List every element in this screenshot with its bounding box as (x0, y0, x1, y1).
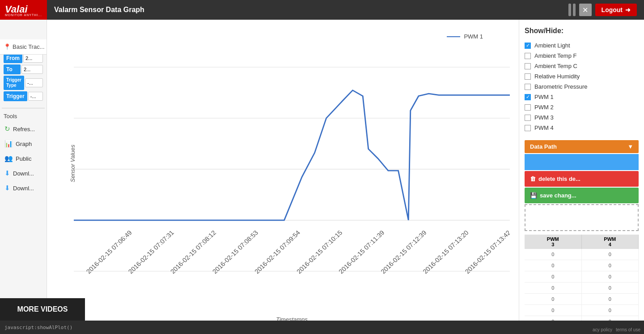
to-value: 2... (21, 65, 43, 74)
table-row: 00 (525, 271, 639, 283)
checkbox-relative-humidity[interactable]: Relative Humidity (525, 71, 639, 81)
checkbox-label-ambient-temp-c: Ambient Temp C (534, 63, 577, 69)
sidebar: 📍 Basic Trac... Search From 2... To 2...… (0, 20, 47, 334)
status-bar-text: javascript:showAlPlot() (4, 325, 72, 330)
checkbox-box-pwm-3 (525, 115, 531, 121)
checkbox-pwm-3[interactable]: PWM 3 (525, 112, 639, 123)
svg-text:2016-02-15 07:08:12: 2016-02-15 07:08:12 (169, 229, 217, 275)
svg-text:2016-02-15 07:08:53: 2016-02-15 07:08:53 (211, 229, 259, 275)
svg-text:2016-02-15 07:13:20: 2016-02-15 07:13:20 (421, 229, 470, 275)
cell-pwm4: 0 (582, 260, 639, 271)
cell-pwm3: 0 (525, 271, 582, 282)
y-axis-label: Sensor Values (69, 145, 76, 182)
window-title: Valarm Sensor Data Graph (47, 6, 568, 14)
table-row: 00 (525, 283, 639, 294)
cell-pwm3: 0 (525, 283, 582, 293)
chart-svg: 60 40 20 0 -20 2016-02-15 07:06:49 2016-… (74, 29, 510, 298)
checkbox-box-pwm-2 (525, 104, 531, 111)
show-hide-title: Show/Hide: (525, 27, 639, 35)
legend-line (447, 36, 460, 37)
cell-pwm4: 0 (582, 283, 639, 293)
chart-legend: PWM 1 (447, 33, 483, 40)
delete-button[interactable]: 🗑 delete this de... (525, 171, 639, 187)
cell-pwm4: 0 (582, 249, 639, 260)
sidebar-item-public[interactable]: 👥 Public (1, 151, 46, 166)
public-icon: 👥 (4, 154, 13, 163)
terms-link[interactable]: terms of use (616, 327, 640, 332)
checkbox-pwm-2[interactable]: PWM 2 (525, 102, 639, 112)
action-buttons: Data Path ▼ 🗑 delete this de... 💾 save c… (525, 140, 639, 231)
table-row: 00 (525, 249, 639, 260)
checkbox-label-ambient-temp-f: Ambient Temp F (534, 52, 576, 59)
sidebar-item-refresh[interactable]: ↻ Refres... (1, 122, 46, 136)
cell-pwm3: 0 (525, 294, 582, 304)
x-timestamps: 2016-02-15 07:06:49 2016-02-15 07:07:31 … (85, 229, 510, 275)
checkbox-ambient-temp-f[interactable]: Ambient Temp F (525, 51, 639, 61)
checkbox-list: ✓Ambient LightAmbient Temp FAmbient Temp… (525, 40, 639, 133)
chart-container: Sensor Values PWM 1 60 40 20 0 -20 (47, 20, 519, 334)
save-icon: 💾 (530, 192, 537, 199)
checkbox-label-pwm-2: PWM 2 (534, 104, 554, 111)
trigger-type-label: TriggerType (4, 76, 24, 90)
cell-pwm3: 0 (525, 260, 582, 271)
svg-text:2016-02-15 07:11:39: 2016-02-15 07:11:39 (337, 229, 386, 275)
checkbox-label-pwm-4: PWM 4 (534, 124, 554, 131)
trigger-row: Trigger -... (4, 91, 43, 101)
trash-icon: 🗑 (530, 176, 536, 182)
checkbox-pwm-4[interactable]: PWM 4 (525, 123, 639, 133)
from-value: 2... (23, 54, 43, 63)
download2-label: Downl... (13, 185, 34, 192)
logo-area: Valai MONITOR ANYTHI... (0, 0, 47, 20)
close-button[interactable]: ✕ (579, 4, 592, 16)
checkbox-ambient-light[interactable]: ✓Ambient Light (525, 40, 639, 51)
sidebar-item-graph[interactable]: 📊 Graph (1, 137, 46, 151)
tools-label: Tools (0, 111, 47, 121)
public-label: Public (16, 155, 31, 162)
privacy-link[interactable]: acy policy (593, 327, 612, 332)
top-bar: Valai MONITOR ANYTHI... Valarm Sensor Da… (0, 0, 644, 20)
data-table: PWM3 PWM4 0000000000000000 (525, 235, 639, 334)
data-path-button[interactable]: Data Path ▼ (525, 140, 639, 153)
svg-text:2016-02-15 07:13:42: 2016-02-15 07:13:42 (463, 229, 510, 275)
sidebar-item-download1[interactable]: ⬇ Downl... (1, 166, 46, 180)
svg-text:2016-02-15 07:10:15: 2016-02-15 07:10:15 (295, 229, 343, 275)
save-button[interactable]: 💾 save chang... (525, 188, 639, 203)
svg-text:2016-02-15 07:09:54: 2016-02-15 07:09:54 (253, 229, 301, 275)
trigger-type-row: TriggerType -... (4, 76, 43, 90)
checkbox-barometric-pressure[interactable]: Barometric Pressure (525, 81, 639, 92)
logo-text: Valai (5, 4, 28, 15)
download1-icon: ⬇ (4, 169, 10, 177)
graph-label: Graph (16, 141, 32, 147)
breadcrumb-text: Basic Trac... (13, 43, 45, 50)
logo-sub: MONITOR ANYTHI... (5, 13, 42, 17)
divider-1 (2, 108, 45, 108)
table-row: 00 (525, 260, 639, 271)
trigger-type-value: -... (25, 78, 43, 87)
more-videos-button[interactable]: MORE VIDEOS (0, 298, 85, 321)
show-hide-panel: Show/Hide: ✓Ambient LightAmbient Temp FA… (519, 20, 644, 334)
checkbox-box-barometric-pressure (525, 84, 531, 90)
cell-pwm4: 0 (582, 271, 639, 282)
refresh-label: Refres... (13, 126, 35, 133)
trigger-label: Trigger (4, 91, 27, 101)
trigger-value: -... (28, 92, 43, 101)
to-label: To (4, 64, 21, 74)
checkmark-icon: ✓ (526, 43, 530, 48)
checkbox-pwm-1[interactable]: ✓PWM 1 (525, 92, 639, 102)
location-icon: 📍 (4, 43, 11, 50)
refresh-icon: ↻ (4, 125, 10, 133)
cell-pwm3: 0 (525, 249, 582, 260)
checkbox-ambient-temp-c[interactable]: Ambient Temp C (525, 61, 639, 71)
table-row: 00 (525, 294, 639, 305)
checkbox-box-relative-humidity (525, 73, 531, 80)
svg-text:2016-02-15 07:06:49: 2016-02-15 07:06:49 (85, 229, 133, 275)
checkbox-box-pwm-1: ✓ (525, 94, 531, 100)
blue-bar (525, 154, 639, 170)
sidebar-item-download2[interactable]: ⬇ Downl... (1, 181, 46, 195)
data-table-header: PWM3 PWM4 (525, 235, 639, 249)
sidebar-content: Search From 2... To 2... TriggerType -..… (0, 35, 47, 195)
logout-button[interactable]: Logout ➜ (595, 4, 637, 16)
table-row: 00 (525, 305, 639, 316)
icon-bar-1 (568, 4, 571, 16)
download2-icon: ⬇ (4, 184, 10, 192)
